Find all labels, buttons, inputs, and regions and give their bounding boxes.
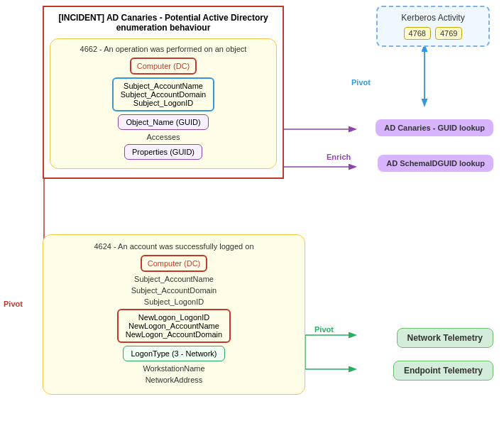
kerberos-box: Kerberos Activity 4768 4769	[376, 6, 490, 47]
subject-fields-box: Subject_AccountName Subject_AccountDomai…	[112, 77, 214, 111]
pivot-label-bottom: Pivot	[314, 325, 334, 334]
kerberos-badge-4769: 4769	[435, 27, 462, 40]
enrich-label: Enrich	[327, 153, 351, 161]
subject-account-name: Subject_AccountName	[121, 82, 206, 90]
ad-schema-box: AD SchemaIDGUID lookup	[378, 155, 493, 172]
subject-account-domain: Subject_AccountDomain	[121, 90, 206, 99]
newlogon-box: NewLogon_LogonID NewLogon_AccountName Ne…	[117, 309, 231, 343]
computer-dc-box-4624: Computer (DC)	[141, 255, 208, 272]
subject-accountdomain-4624: Subject_AccountDomain	[50, 286, 297, 295]
computer-dc-box: Computer (DC)	[130, 58, 197, 75]
incident-box: [INCIDENT] AD Canaries - Potential Activ…	[43, 6, 284, 179]
kerberos-badges: 4768 4769	[383, 27, 483, 40]
pivot-label-left: Pivot	[4, 300, 23, 308]
pivot-label-top: Pivot	[351, 78, 371, 87]
workstationname: WorkstationName	[50, 364, 297, 373]
subject-logon-id: Subject_LogonID	[121, 99, 206, 107]
kerberos-title: Kerberos Activity	[383, 13, 483, 23]
event4624-container: 4624 - An account was successfully logge…	[43, 234, 305, 395]
subject-accountname-4624: Subject_AccountName	[50, 275, 297, 283]
network-telemetry-box: Network Telemetry	[397, 328, 493, 348]
event4624-box: 4624 - An account was successfully logge…	[43, 234, 305, 395]
newlogon-logonid: NewLogon_LogonID	[126, 313, 222, 322]
object-name-box: Object_Name (GUID)	[118, 114, 208, 130]
subject-logonid-4624: Subject_LogonID	[50, 297, 297, 306]
logontype-box: LogonType (3 - Network)	[123, 346, 224, 361]
networkaddress: NetworkAddress	[50, 376, 297, 384]
ad-guid-box: AD Canaries - GUID lookup	[376, 119, 493, 136]
main-container: [INCIDENT] AD Canaries - Potential Activ…	[0, 0, 504, 421]
newlogon-accountname: NewLogon_AccountName	[126, 322, 222, 330]
endpoint-telemetry-box: Endpoint Telemetry	[393, 361, 493, 381]
kerberos-badge-4768: 4768	[404, 27, 431, 40]
event4624-label: 4624 - An account was successfully logge…	[50, 242, 297, 251]
properties-box: Properties (GUID)	[124, 144, 202, 160]
event4662-label: 4662 - An operation was performed on an …	[56, 45, 270, 53]
incident-title: [INCIDENT] AD Canaries - Potential Activ…	[50, 13, 277, 33]
event4662-box: 4662 - An operation was performed on an …	[50, 38, 277, 169]
newlogon-accountdomain: NewLogon_AccountDomain	[126, 330, 222, 339]
accesses-label: Accesses	[56, 133, 270, 141]
